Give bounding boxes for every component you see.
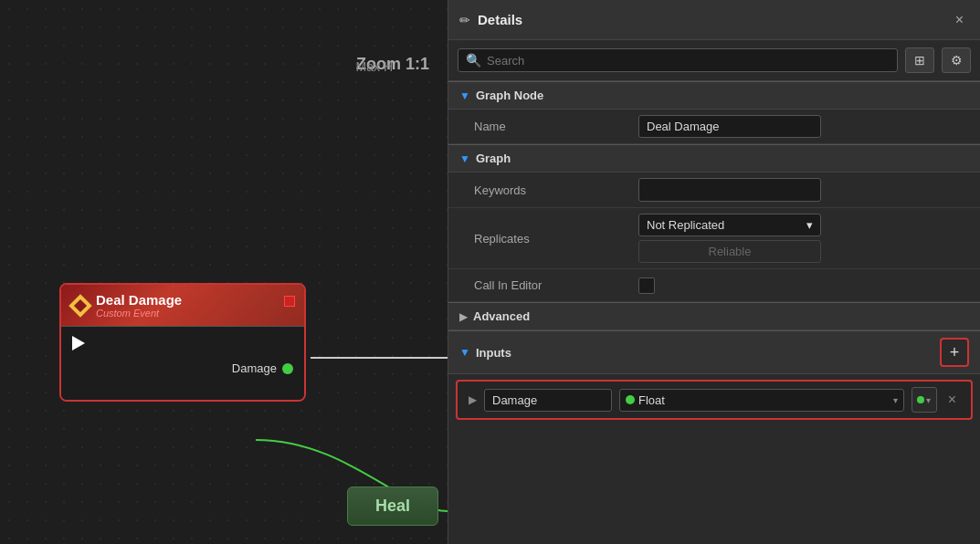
advanced-section-title: Advanced xyxy=(473,309,530,323)
keywords-value-container xyxy=(638,178,969,202)
settings-button[interactable]: ⚙ xyxy=(942,47,971,73)
node-header: Deal Damage Custom Event xyxy=(61,285,304,327)
replicates-chevron-icon: ▾ xyxy=(806,218,813,232)
panel-close-button[interactable]: × xyxy=(950,10,969,30)
max-h-label: Max H xyxy=(356,59,393,74)
node-type-icon xyxy=(68,294,91,317)
call-in-editor-value-container xyxy=(638,277,969,294)
type-options-button[interactable]: ▾ xyxy=(912,387,937,413)
call-in-editor-property-row: Call In Editor xyxy=(448,269,980,302)
input-name-field[interactable] xyxy=(484,389,612,412)
replicates-dropdown[interactable]: Not Replicated ▾ xyxy=(638,214,821,236)
name-input[interactable] xyxy=(638,115,821,138)
panel-title-left: ✏ Details xyxy=(459,12,522,27)
advanced-section-header[interactable]: ▶ Advanced xyxy=(448,302,980,330)
panel-titlebar: ✏ Details × xyxy=(448,0,980,40)
name-value-container xyxy=(638,115,969,138)
inputs-collapse-icon: ▼ xyxy=(459,346,470,359)
panel-title: Details xyxy=(478,12,522,27)
exec-pin xyxy=(72,336,293,350)
replicates-value-container: Not Replicated ▾ Reliable xyxy=(638,214,969,263)
inputs-header-left: ▼ Inputs xyxy=(459,346,511,360)
graph-section-header[interactable]: ▼ Graph xyxy=(448,144,980,173)
inputs-section: ▼ Inputs + ▶ Float ▾ ▾ × xyxy=(448,330,980,420)
type-dot-icon xyxy=(626,395,635,404)
damage-label: Damage xyxy=(232,361,277,375)
panel-content: ▼ Graph Node Name ▼ Graph Keywords Repli… xyxy=(448,81,980,544)
node-title: Deal Damage xyxy=(96,292,182,308)
type-small-chevron-icon: ▾ xyxy=(926,395,931,405)
search-container[interactable]: 🔍 xyxy=(458,48,898,72)
replicates-value: Not Replicated xyxy=(647,218,724,232)
graph-collapse-icon: ▼ xyxy=(459,152,470,165)
search-icon: 🔍 xyxy=(466,53,481,68)
heal-button[interactable]: Heal xyxy=(347,486,438,526)
panel-toolbar: 🔍 ⊞ ⚙ xyxy=(448,40,980,81)
advanced-collapse-icon: ▶ xyxy=(459,310,468,323)
node-subtitle: Custom Event xyxy=(96,308,182,319)
details-panel: ✏ Details × 🔍 ⊞ ⚙ ▼ Graph Node Name ▼ Gr… xyxy=(448,0,980,544)
keywords-property-row: Keywords xyxy=(448,173,980,208)
exec-arrow-icon xyxy=(72,336,85,350)
replicates-label: Replicates xyxy=(474,232,638,246)
call-in-editor-label: Call In Editor xyxy=(474,278,638,292)
graph-node-section-title: Graph Node xyxy=(476,89,543,102)
name-property-row: Name xyxy=(448,110,980,144)
pencil-icon: ✏ xyxy=(459,13,470,27)
search-input[interactable] xyxy=(487,54,890,68)
name-label: Name xyxy=(474,120,638,133)
delete-input-button[interactable]: × xyxy=(944,392,960,408)
keywords-label: Keywords xyxy=(474,183,638,197)
input-item: ▶ Float ▾ ▾ × xyxy=(456,380,973,420)
keywords-input[interactable] xyxy=(638,178,821,202)
graph-node-collapse-icon: ▼ xyxy=(459,89,470,102)
blueprint-canvas: Zoom 1:1 Max H Deal Damage Custom Event … xyxy=(0,0,448,544)
graph-section-title: Graph xyxy=(476,152,511,165)
inputs-section-header: ▼ Inputs + xyxy=(448,330,980,374)
canvas-connections xyxy=(0,0,448,544)
type-label: Float xyxy=(638,393,665,407)
type-chevron-icon: ▾ xyxy=(893,395,898,405)
type-dropdown[interactable]: Float ▾ xyxy=(619,389,904,412)
graph-node-section-header[interactable]: ▼ Graph Node xyxy=(448,81,980,110)
inputs-section-title: Inputs xyxy=(476,346,511,360)
replicates-property-row: Replicates Not Replicated ▾ Reliable xyxy=(448,208,980,269)
call-in-editor-checkbox[interactable] xyxy=(638,277,655,294)
damage-param-row: Damage xyxy=(72,361,293,375)
type-small-dot-icon xyxy=(917,396,924,403)
input-expand-icon: ▶ xyxy=(469,393,477,406)
add-input-button[interactable]: + xyxy=(940,338,969,367)
node-body: Damage xyxy=(61,327,304,400)
damage-pin-dot[interactable] xyxy=(282,363,293,374)
table-view-button[interactable]: ⊞ xyxy=(905,47,934,73)
reliable-label: Reliable xyxy=(638,240,821,263)
node-output-pin[interactable] xyxy=(284,296,295,307)
replicates-dropdown-container: Not Replicated ▾ Reliable xyxy=(638,214,969,263)
deal-damage-node[interactable]: Deal Damage Custom Event Damage xyxy=(59,283,306,402)
